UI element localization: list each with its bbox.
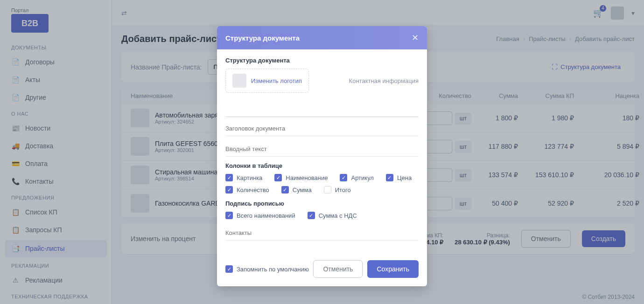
- checkbox-label: Итого: [335, 187, 351, 193]
- checkbox-item[interactable]: ✓Сумма с НДС: [308, 212, 357, 219]
- checkbox-item[interactable]: ✓Сумма: [281, 186, 312, 193]
- modal: Структура документа ✕ Структура документ…: [217, 26, 427, 286]
- close-icon[interactable]: ✕: [412, 33, 419, 43]
- checkbox-item[interactable]: ✓Картинка: [225, 174, 262, 181]
- checkbox-icon: ✓: [225, 265, 233, 273]
- checkbox-label: Всего наименований: [237, 212, 295, 219]
- header-field[interactable]: [225, 121, 419, 136]
- columns-title: Колонки в таблице: [225, 162, 419, 169]
- checkbox-item[interactable]: Итого: [324, 186, 351, 193]
- modal-backdrop[interactable]: Структура документа ✕ Структура документ…: [0, 0, 644, 304]
- checkbox-icon: ✓: [386, 174, 393, 181]
- checkbox-label: Сумма с НДС: [319, 212, 357, 219]
- checkbox-item[interactable]: ✓Цена: [386, 174, 412, 181]
- modal-header: Структура документа ✕: [217, 26, 427, 49]
- checkbox-icon: ✓: [274, 174, 282, 181]
- modal-body: Структура документа Изменить логотип Кон…: [217, 49, 427, 254]
- checkbox-icon: [324, 186, 331, 193]
- logo-upload-link: Изменить логотип: [251, 77, 302, 84]
- checkbox-label: Наименование: [286, 174, 328, 181]
- modal-actions: Отменить Сохранить: [313, 260, 419, 278]
- intro-field[interactable]: [225, 142, 419, 157]
- document-textarea[interactable]: [225, 98, 419, 117]
- checkbox-icon: ✓: [281, 186, 289, 193]
- modal-title: Структура документа: [225, 34, 300, 42]
- checkbox-icon: ✓: [308, 212, 315, 219]
- checkbox-item[interactable]: ✓Наименование: [274, 174, 328, 181]
- checkbox-item[interactable]: ✓Всего наименований: [225, 212, 295, 219]
- checkbox-label: Картинка: [237, 174, 262, 181]
- modal-cancel-button[interactable]: Отменить: [313, 260, 363, 278]
- logo-upload-row: Изменить логотип Контактная информация: [225, 69, 419, 93]
- columns-checkboxes: ✓Картинка✓Наименование✓Артикул✓Цена✓Коли…: [225, 174, 419, 193]
- signature-title: Подпись прописью: [225, 200, 419, 207]
- checkbox-item[interactable]: ✓Количество: [225, 186, 269, 193]
- checkbox-label: Цена: [397, 174, 412, 181]
- checkbox-icon: ✓: [225, 186, 233, 193]
- modal-footer: ✓ Запомнить по умолчанию Отменить Сохран…: [217, 254, 427, 286]
- checkbox-item[interactable]: ✓Артикул: [340, 174, 373, 181]
- contacts-field[interactable]: [225, 226, 419, 241]
- logo-upload[interactable]: Изменить логотип: [225, 69, 309, 93]
- section-title: Структура документа: [225, 57, 419, 64]
- remember-checkbox[interactable]: ✓ Запомнить по умолчанию: [225, 265, 309, 273]
- checkbox-label: Артикул: [351, 174, 373, 181]
- remember-label: Запомнить по умолчанию: [237, 266, 309, 273]
- logo-placeholder: [232, 74, 246, 88]
- checkbox-label: Сумма: [293, 187, 312, 193]
- checkbox-icon: ✓: [225, 174, 233, 181]
- checkbox-icon: ✓: [225, 212, 233, 219]
- contact-info-link[interactable]: Контактная информация: [349, 77, 419, 84]
- signature-checkboxes: ✓Всего наименований✓Сумма с НДС: [225, 212, 419, 219]
- modal-save-button[interactable]: Сохранить: [367, 260, 419, 278]
- checkbox-icon: ✓: [340, 174, 347, 181]
- checkbox-label: Количество: [237, 187, 269, 193]
